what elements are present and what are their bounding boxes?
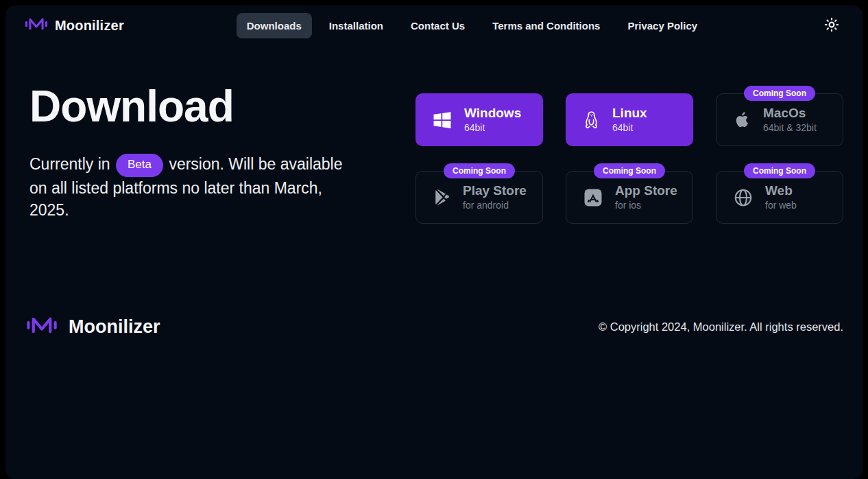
- main-nav: DownloadsInstallationContact UsTerms and…: [124, 13, 820, 38]
- platform-detail: 64bit: [464, 122, 521, 134]
- platform-detail: for ios: [615, 200, 677, 211]
- brand-name: Moonilizer: [55, 18, 124, 34]
- linux-icon: [582, 110, 601, 130]
- windows-icon: [432, 110, 453, 130]
- footer: Moonilizer © Copyright 2024, Moonilizer.…: [5, 312, 863, 342]
- nav-item-installation[interactable]: Installation: [319, 13, 394, 38]
- download-card[interactable]: Coming Soon Web for web: [716, 171, 843, 224]
- page-title: Download: [29, 84, 367, 130]
- download-cards: Windows 64bit Linux 64bit Coming Soon Ma…: [415, 93, 843, 224]
- nav-item-privacy-policy[interactable]: Privacy Policy: [617, 13, 708, 38]
- platform-name: App Store: [615, 183, 677, 198]
- nav-item-downloads[interactable]: Downloads: [237, 13, 312, 38]
- beta-badge: Beta: [116, 154, 163, 177]
- platform-detail: for web: [765, 200, 797, 211]
- coming-soon-badge: Coming Soon: [444, 163, 515, 178]
- nav-item-terms-and-conditions[interactable]: Terms and Conditions: [482, 13, 610, 38]
- download-card[interactable]: Coming Soon Play Store for android: [415, 171, 543, 224]
- footer-brand: Moonilizer: [26, 312, 160, 342]
- theme-toggle-button[interactable]: [820, 13, 843, 38]
- play-store-icon: [433, 188, 451, 207]
- coming-soon-badge: Coming Soon: [594, 163, 665, 178]
- header: Moonilizer DownloadsInstallationContact …: [5, 5, 863, 45]
- platform-name: MacOs: [763, 106, 817, 121]
- platform-name: Windows: [464, 106, 521, 121]
- nav-item-contact-us[interactable]: Contact Us: [400, 13, 475, 38]
- sun-icon: [823, 16, 841, 36]
- moonilizer-logo-icon: [26, 312, 58, 342]
- app-store-icon: [583, 187, 603, 208]
- header-brand[interactable]: Moonilizer: [25, 14, 124, 36]
- coming-soon-badge: Coming Soon: [744, 86, 815, 101]
- platform-name: Play Store: [463, 183, 527, 198]
- coming-soon-badge: Coming Soon: [744, 163, 815, 178]
- moonilizer-logo-icon: [25, 14, 48, 36]
- main-content: Download Currently in Beta version. Will…: [5, 45, 863, 224]
- hero-text-before: Currently in: [29, 155, 110, 173]
- download-card[interactable]: Windows 64bit: [415, 93, 543, 146]
- hero-description: Currently in Beta version. Will be avail…: [29, 153, 345, 222]
- platform-name: Linux: [612, 106, 647, 121]
- copyright-text: © Copyright 2024, Moonilizer. All rights…: [599, 320, 843, 334]
- globe-icon: [733, 187, 754, 208]
- apple-icon: [733, 110, 751, 129]
- platform-detail: for android: [463, 200, 527, 211]
- platform-detail: 64bit & 32bit: [763, 122, 817, 134]
- page: Moonilizer DownloadsInstallationContact …: [5, 5, 863, 479]
- download-card[interactable]: Coming Soon MacOs 64bit & 32bit: [716, 93, 843, 146]
- hero: Download Currently in Beta version. Will…: [25, 93, 367, 222]
- platform-detail: 64bit: [612, 122, 647, 134]
- footer-brand-name: Moonilizer: [69, 316, 160, 338]
- platform-name: Web: [765, 183, 797, 198]
- download-card[interactable]: Linux 64bit: [566, 93, 693, 146]
- download-card[interactable]: Coming Soon App Store for ios: [566, 171, 693, 224]
